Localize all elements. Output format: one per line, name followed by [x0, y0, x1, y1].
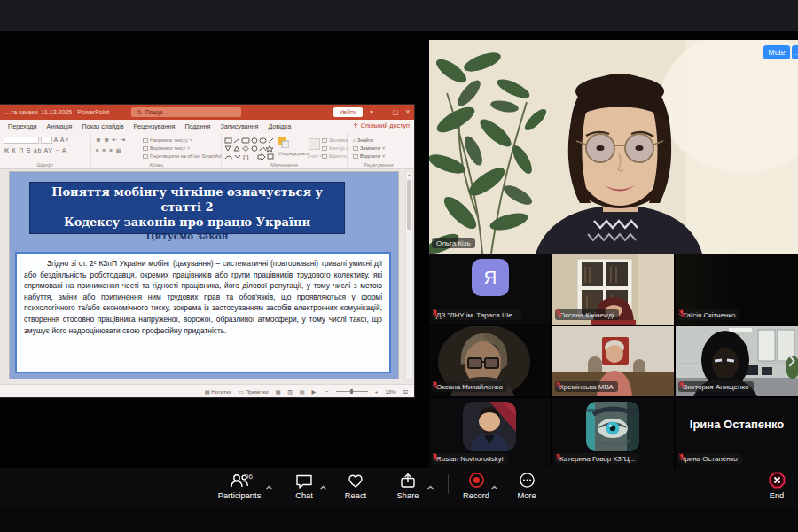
participant-name-label: Виктория Анищенко [678, 381, 754, 392]
avatar [463, 402, 516, 451]
top-strip [0, 0, 798, 31]
chat-icon [295, 473, 313, 489]
avatar: Я [472, 259, 509, 296]
mic-muted-icon [432, 381, 439, 389]
slide-body-text: Згідно зі ст. 2² КЗпП України мобінг (ць… [15, 252, 391, 373]
participant-name-label: Ірина Остапенко [678, 453, 742, 464]
ribbon-options-icon[interactable]: ▾ [370, 108, 373, 116]
smartart-button[interactable]: Перетворити на об'єкт SmartArt [143, 153, 222, 160]
ribbon-group-editing: ⌕Знайти Замінити ˅ Виділити ˅ Редагуванн… [348, 133, 410, 168]
avatar [586, 402, 639, 451]
next-page-chevron-icon[interactable] [788, 354, 795, 372]
shape-outline-button[interactable]: Контур фігури [322, 145, 348, 152]
participant-tile-mykhailenko[interactable]: Оксана Михайленко [429, 326, 551, 396]
zoom-level[interactable]: 33% [385, 388, 395, 395]
close-icon[interactable]: ✕ [405, 108, 411, 116]
tab-recording[interactable]: Записування [220, 122, 258, 130]
mic-muted-icon [432, 309, 439, 317]
mic-muted-icon [555, 453, 562, 461]
view-buttons[interactable]: ▦ ▥ ▤ ▶ [276, 388, 318, 395]
notes-button[interactable]: ▤ Нотатки [205, 388, 231, 395]
record-icon [468, 472, 485, 489]
ppt-search-label: Пошук [145, 109, 163, 115]
mic-muted-icon [678, 381, 685, 389]
participant-name-label: Катерина Говор КЗ"Ц... [555, 453, 639, 464]
heart-icon [347, 473, 364, 489]
shape-effects-button[interactable]: Ефекти для фігур [322, 153, 348, 160]
ppt-signin-button[interactable]: Увійти [333, 107, 363, 117]
zoom-meeting-window: …та ознаки_11.12.2025 - PowerPoint Пошук… [0, 0, 798, 532]
ribbon-group-font: A A˅ Ж К П S ab AV − A Шрифт [0, 133, 91, 168]
participant-tile-anyshchenko[interactable]: Виктория Анищенко [676, 326, 798, 396]
shape-fill-button[interactable]: Заливка фігури [322, 137, 348, 144]
ppt-status-bar: ▤ Нотатки ▭ Примітки ▦ ▥ ▤ ▶ − + 33% ⊡ [0, 384, 414, 397]
zoom-slider[interactable] [336, 391, 368, 392]
tab-help[interactable]: Довідка [268, 122, 291, 130]
arrange-button[interactable]: Упорядкувати [278, 137, 309, 157]
participant-tile-ostapenko[interactable]: Ірина Остапенко Ірина Остапенко [676, 398, 798, 468]
share-chevron-icon[interactable] [426, 478, 434, 494]
participants-count: 96 [245, 473, 253, 481]
mic-muted-icon [555, 309, 562, 317]
zoom-out-button[interactable]: − [325, 388, 329, 395]
participant-tile-kreminska[interactable]: Кремінська МВА [552, 326, 674, 396]
align-text-button[interactable]: Вирівняти текст ˅ [143, 145, 191, 152]
participant-tile-skitchenko[interactable]: Таїсія Скітченко [676, 254, 798, 325]
ppt-slide-canvas: Поняття мобінгу чіткіше означується у ст… [0, 169, 414, 384]
fit-slide-icon[interactable]: ⊡ [403, 388, 408, 395]
comments-button[interactable]: ▭ Примітки [239, 388, 269, 395]
tab-view[interactable]: Подання [184, 122, 210, 130]
shapes-gallery[interactable]: { } [224, 137, 274, 160]
video-more-button[interactable]: … [792, 45, 798, 59]
share-screen-icon [399, 473, 417, 489]
more-button[interactable]: More [489, 472, 564, 500]
text-direction-button[interactable]: Напрямок тексту ˅ [143, 137, 192, 144]
ribbon-group-paragraph: ≣ ≣ ⇤ ⇥ ≡ ≡ ≡ ▤ Напрямок тексту ˅ Вирівн… [91, 133, 222, 168]
tab-review[interactable]: Рецензування [134, 122, 176, 130]
find-button[interactable]: ⌕Знайти [353, 137, 373, 144]
end-button[interactable]: End [739, 472, 798, 500]
participant-tile-novhorodskyi[interactable]: Ruslan Novhorodskyi [429, 398, 551, 468]
ppt-ribbon: A A˅ Ж К П S ab AV − A Шрифт ≣ ≣ ⇤ ⇥ ≡ ≡… [0, 133, 414, 169]
slide-subtitle: Цитуємо закон [29, 231, 345, 241]
more-icon [519, 472, 536, 489]
ppt-search-box[interactable]: Пошук [131, 107, 241, 117]
font-style-buttons[interactable]: Ж К П S ab AV − A [4, 147, 66, 153]
zoom-in-button[interactable]: + [375, 388, 379, 395]
speaker-portrait [429, 40, 798, 254]
participant-name-label: ДЗ "ЛНУ ім. Тараса Ше... [432, 309, 522, 320]
arrange-icon [278, 137, 289, 148]
participant-name-label: Оксана Михайленко [432, 381, 507, 392]
ribbon-group-drawing: { } Упорядкувати стилі ˅ Заливка фігури … [222, 133, 348, 168]
minimize-icon[interactable]: — [379, 108, 387, 116]
tab-slideshow[interactable]: Показ слайдів [82, 122, 123, 130]
tab-animations[interactable]: Анімація [47, 122, 73, 130]
ppt-share-button[interactable]: Спільний доступ [353, 121, 410, 129]
participant-display-name: Ірина Остапенко [676, 418, 798, 431]
quick-styles-icon [309, 138, 320, 150]
search-icon [137, 110, 142, 115]
speaker-video-olha-kiz[interactable]: Mute … Ольга Кізь [429, 40, 798, 254]
ppt-title-bar: …та ознаки_11.12.2025 - PowerPoint Пошук… [0, 105, 414, 120]
participant-name-label: Оксана Кікінежді [555, 309, 619, 320]
select-button[interactable]: Виділити ˅ [353, 153, 385, 160]
share-arrow-icon [353, 122, 358, 129]
mic-muted-icon [432, 453, 439, 461]
participant-tile-kikinezhdi[interactable]: Оксана Кікінежді [552, 254, 674, 325]
mic-muted-icon [555, 381, 562, 389]
slide-title: Поняття мобінгу чіткіше означується у ст… [29, 182, 345, 234]
participant-name-label: Таїсія Скітченко [678, 309, 739, 320]
ppt-window-title: …та ознаки_11.12.2025 - PowerPoint [4, 109, 109, 115]
end-icon [769, 472, 786, 489]
participant-name-label: Ruslan Novhorodskyi [432, 453, 508, 464]
mute-button[interactable]: Mute [763, 45, 790, 59]
tab-transitions[interactable]: Переходи [8, 122, 37, 130]
svg-text:{ }: { } [243, 154, 249, 160]
participant-name-label: Кремінська МВА [555, 381, 618, 392]
participant-tile-lnu[interactable]: Я ДЗ "ЛНУ ім. Тараса Ше... [429, 254, 551, 325]
restore-icon[interactable]: ▢ [393, 108, 399, 116]
slide: Поняття мобінгу чіткіше означується у ст… [10, 172, 398, 379]
slide-scrollbar[interactable]: ▲ [405, 171, 413, 380]
participant-tile-hovor[interactable]: Катерина Говор КЗ"Ц... [552, 398, 674, 468]
replace-button[interactable]: Замінити ˅ [353, 145, 385, 152]
